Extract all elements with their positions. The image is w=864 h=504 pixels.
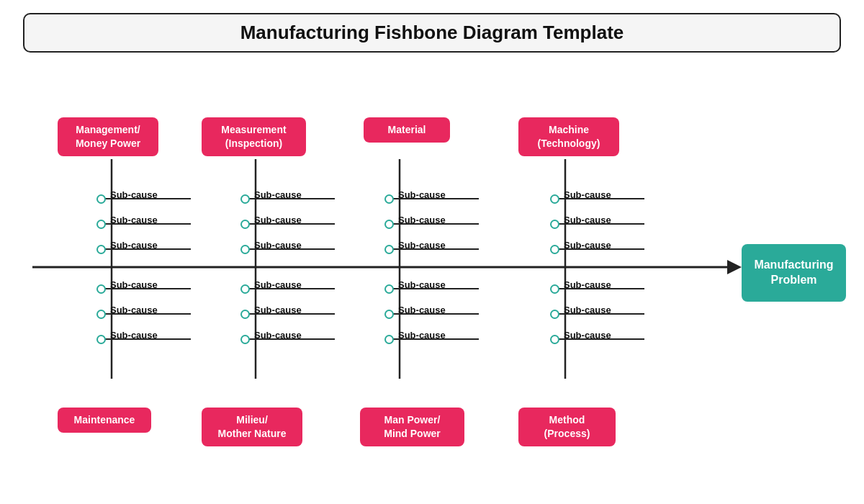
node-bot-3-2: [384, 310, 394, 319]
sub-bot-4-2: Sub-cause: [564, 305, 611, 315]
sub-top-2-2: Sub-cause: [254, 215, 302, 225]
sub-bot-2-3: Sub-cause: [254, 330, 302, 341]
node-top-3-2: [384, 220, 394, 229]
sub-top-2-3: Sub-cause: [254, 240, 302, 251]
node-bot-1-3: [96, 335, 106, 344]
cat-method: Method(Process): [518, 408, 616, 446]
sub-bot-1-2: Sub-cause: [110, 305, 158, 315]
cat-milieu: Milieu/Mother Nature: [202, 408, 302, 446]
sub-bot-1-3: Sub-cause: [110, 330, 158, 341]
node-top-2-3: [240, 245, 250, 254]
node-top-1-1: [96, 194, 106, 204]
svg-marker-1: [727, 260, 742, 274]
sub-top-2-1: Sub-cause: [254, 189, 302, 200]
node-top-1-2: [96, 220, 106, 229]
node-top-3-1: [384, 194, 394, 204]
node-bot-1-2: [96, 310, 106, 319]
node-top-4-3: [550, 245, 559, 254]
sub-top-3-3: Sub-cause: [398, 240, 446, 251]
cat-measurement: Measurement(Inspection): [202, 117, 306, 156]
node-top-4-2: [550, 220, 559, 229]
sub-top-4-2: Sub-cause: [564, 215, 611, 225]
cat-machine: Machine(Technology): [518, 117, 619, 156]
cat-material: Material: [364, 117, 450, 143]
page: Manufacturing Fishbone Diagram Template: [0, 0, 864, 504]
node-top-1-3: [96, 245, 106, 254]
sub-bot-2-1: Sub-cause: [254, 279, 302, 290]
node-bot-3-3: [384, 335, 394, 344]
node-top-4-1: [550, 194, 559, 204]
node-bot-4-2: [550, 310, 559, 319]
sub-top-3-2: Sub-cause: [398, 215, 446, 225]
sub-bot-3-1: Sub-cause: [398, 279, 446, 290]
cat-manpower: Man Power/Mind Power: [360, 408, 464, 446]
node-bot-2-3: [240, 335, 250, 344]
sub-bot-4-1: Sub-cause: [564, 279, 611, 290]
page-title: Manufacturing Fishbone Diagram Template: [53, 22, 811, 44]
problem-box: ManufacturingProblem: [742, 244, 846, 302]
sub-bot-3-3: Sub-cause: [398, 330, 446, 341]
sub-top-4-1: Sub-cause: [564, 189, 611, 200]
node-bot-2-1: [240, 284, 250, 294]
sub-bot-1-1: Sub-cause: [110, 279, 158, 290]
title-box: Manufacturing Fishbone Diagram Template: [23, 13, 842, 53]
node-bot-3-1: [384, 284, 394, 294]
sub-top-1-3: Sub-cause: [110, 240, 158, 251]
node-top-3-3: [384, 245, 394, 254]
diagram-area: Management/Money Power Measurement(Inspe…: [18, 73, 846, 476]
sub-top-1-2: Sub-cause: [110, 215, 158, 225]
cat-maintenance: Maintenance: [58, 408, 151, 433]
node-top-2-2: [240, 220, 250, 229]
node-bot-1-1: [96, 284, 106, 294]
sub-top-4-3: Sub-cause: [564, 240, 611, 251]
sub-bot-2-2: Sub-cause: [254, 305, 302, 315]
node-bot-2-2: [240, 310, 250, 319]
cat-management: Management/Money Power: [58, 117, 158, 156]
sub-top-3-1: Sub-cause: [398, 189, 446, 200]
sub-top-1-1: Sub-cause: [110, 189, 158, 200]
sub-bot-3-2: Sub-cause: [398, 305, 446, 315]
node-bot-4-3: [550, 335, 559, 344]
node-bot-4-1: [550, 284, 559, 294]
sub-bot-4-3: Sub-cause: [564, 330, 611, 341]
node-top-2-1: [240, 194, 250, 204]
